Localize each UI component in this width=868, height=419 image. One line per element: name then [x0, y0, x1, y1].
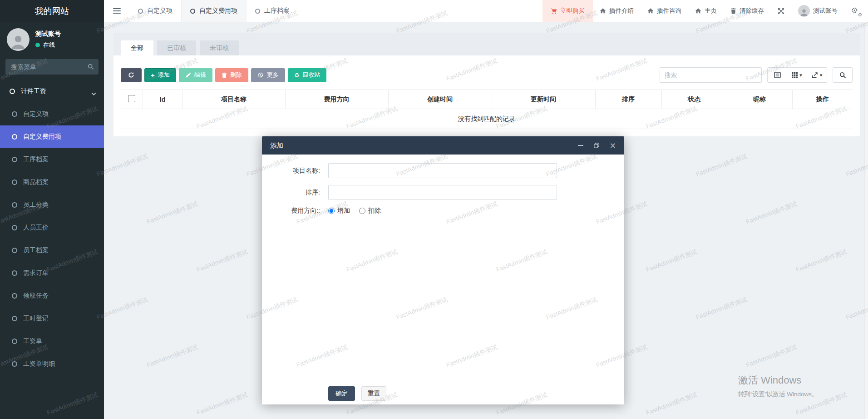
sidebar-item-label: 员工档案 — [23, 246, 49, 254]
sidebar-item-demand-order[interactable]: 需求订单 — [0, 262, 104, 284]
column-header-status[interactable]: 状态 — [661, 90, 727, 109]
table-toolbar: + 添加 编辑 删除 更多 — [121, 67, 853, 83]
refresh-button[interactable] — [121, 68, 142, 82]
sidebar-item-claim-task[interactable]: 领取任务 — [0, 284, 104, 307]
project-name-input[interactable] — [328, 163, 557, 178]
filter-tab-bar: 全部 已审核 未审核 — [113, 33, 860, 55]
dialog-header[interactable]: 添加 × — [262, 136, 624, 155]
sidebar-item-employee-archive[interactable]: 员工档案 — [0, 239, 104, 262]
plugin-consult-button[interactable]: 插件咨询 — [641, 0, 688, 22]
close-icon: × — [610, 142, 616, 150]
refresh-icon — [128, 72, 134, 78]
radio-increase[interactable]: 增加 — [328, 207, 350, 215]
minimize-icon — [578, 145, 583, 146]
more-button[interactable]: 更多 — [251, 68, 285, 82]
trash-icon — [222, 72, 227, 78]
data-table: Id 项目名称 费用方向 创建时间 更新时间 排序 状态 昵称 操作 — [121, 90, 853, 129]
buy-now-button[interactable]: 立即购买 — [542, 0, 593, 22]
plugin-intro-button[interactable]: 插件介绍 — [593, 0, 641, 22]
sidebar-item-goods-archive[interactable]: 商品档案 — [0, 171, 104, 194]
sidebar-item-custom-item[interactable]: 自定义项 — [0, 103, 104, 125]
table-search-input[interactable] — [660, 67, 762, 83]
tab-unapproved[interactable]: 未审核 — [200, 40, 239, 55]
panel-body: + 添加 编辑 删除 更多 — [113, 55, 860, 136]
column-header-project-name[interactable]: 项目名称 — [182, 90, 285, 109]
topbar-tab-custom-fee-item[interactable]: 自定义费用项 — [181, 0, 247, 22]
radio-deduct[interactable]: 扣除 — [359, 207, 381, 215]
fullscreen-button[interactable] — [771, 0, 791, 22]
close-button[interactable]: × — [610, 142, 616, 150]
delete-label: 删除 — [230, 71, 242, 79]
maximize-button[interactable] — [594, 143, 599, 148]
circle-icon — [12, 339, 17, 344]
scrollbar[interactable] — [864, 22, 868, 419]
sidebar-item-payroll-detail[interactable]: 工资单明细 — [0, 353, 104, 375]
column-header-id[interactable]: Id — [143, 90, 182, 109]
topbar-tab-custom-item[interactable]: 自定义项 — [129, 0, 181, 22]
tab-label: 未审核 — [210, 44, 229, 52]
sidebar-search-input[interactable] — [5, 59, 99, 75]
export-button[interactable]: ▾ — [807, 67, 827, 83]
sidebar-item-label: 自定义费用项 — [23, 133, 61, 141]
chevron-down-icon — [91, 90, 96, 97]
tab-approved[interactable]: 已审核 — [157, 40, 196, 55]
delete-button[interactable]: 删除 — [215, 68, 248, 82]
column-label: 更新时间 — [531, 95, 556, 103]
circle-icon — [12, 202, 17, 208]
tab-label: 自定义费用项 — [199, 7, 237, 15]
recycle-bin-button[interactable]: ♻ 回收站 — [288, 68, 327, 82]
site-title[interactable]: 我的网站 — [0, 0, 104, 22]
gear-icon — [257, 72, 264, 78]
column-header-create-time[interactable]: 创建时间 — [388, 90, 492, 109]
settings-button[interactable] — [844, 0, 868, 22]
sidebar-item-label: 员工分类 — [23, 201, 49, 209]
sidebar-item-custom-fee-item[interactable]: 自定义费用项 — [0, 125, 104, 148]
menu-toggle-button[interactable] — [104, 0, 129, 22]
column-header-sort[interactable]: 排序 — [595, 90, 661, 109]
circle-icon — [138, 9, 143, 14]
reset-button[interactable]: 重置 — [361, 386, 386, 401]
sort-label: 排序: — [262, 189, 320, 197]
sidebar-item-payroll[interactable]: 工资单 — [0, 330, 104, 353]
radio-deduct-label: 扣除 — [368, 207, 381, 215]
column-header-update-time[interactable]: 更新时间 — [492, 90, 595, 109]
dialog-controls: × — [578, 142, 616, 150]
sidebar-item-piecework-wage[interactable]: 计件工资 — [0, 80, 104, 103]
select-all-checkbox[interactable] — [128, 95, 135, 102]
column-header-operate[interactable]: 操作 — [792, 90, 853, 109]
search-icon[interactable] — [88, 64, 94, 71]
sidebar-item-worker-price[interactable]: 人员工价 — [0, 216, 104, 239]
confirm-button[interactable]: 确定 — [328, 386, 355, 401]
columns-button[interactable]: ▾ — [787, 67, 807, 83]
column-label: 项目名称 — [221, 95, 247, 103]
edit-button[interactable]: 编辑 — [179, 68, 212, 82]
list-icon — [774, 72, 781, 78]
add-button[interactable]: + 添加 — [144, 68, 176, 82]
column-header-nickname[interactable]: 昵称 — [727, 90, 792, 109]
circle-icon — [12, 225, 17, 230]
sidebar-item-label: 工序档案 — [23, 155, 49, 164]
minimize-button[interactable] — [578, 145, 583, 146]
user-menu[interactable]: 测试账号 — [791, 0, 844, 22]
circle-icon — [12, 111, 17, 117]
circle-icon — [12, 248, 17, 253]
clear-cache-button[interactable]: 清除缓存 — [724, 0, 771, 22]
radio-increase-input[interactable] — [328, 208, 335, 214]
sidebar-item-employee-category[interactable]: 员工分类 — [0, 194, 104, 216]
grid-icon — [792, 72, 798, 78]
sidebar-item-process-archive[interactable]: 工序档案 — [0, 148, 104, 171]
user-info: 测试账号 在线 — [35, 30, 61, 49]
sidebar-item-work-hours[interactable]: 工时登记 — [0, 307, 104, 330]
detail-view-button[interactable] — [767, 67, 787, 83]
column-header-fee-direction[interactable]: 费用方向 — [285, 90, 388, 109]
tab-all[interactable]: 全部 — [121, 40, 153, 55]
circle-icon — [12, 270, 17, 276]
home-button[interactable]: 主页 — [688, 0, 724, 22]
topbar-tab-process-archive[interactable]: 工序档案 — [247, 0, 298, 22]
clear-cache-label: 清除缓存 — [740, 7, 764, 15]
sort-input[interactable] — [328, 185, 557, 200]
sidebar-menu: 计件工资 自定义项 自定义费用项 工序档案 商品档案 员工分类 — [0, 80, 104, 375]
expand-icon — [778, 8, 784, 15]
search-submit-button[interactable] — [833, 67, 853, 83]
radio-deduct-input[interactable] — [359, 208, 365, 214]
